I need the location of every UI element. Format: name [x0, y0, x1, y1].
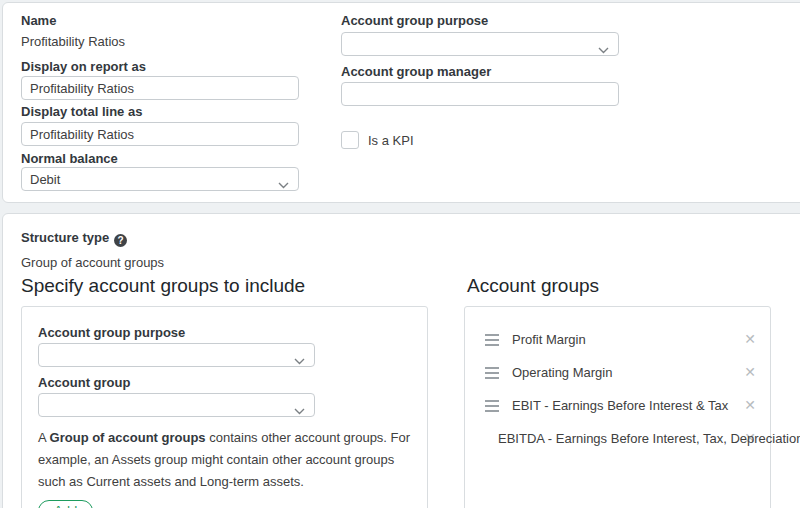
- normal-balance-selected-value: Debit: [30, 172, 60, 187]
- display-total-line-input[interactable]: [21, 122, 299, 146]
- display-on-report-label: Display on report as: [21, 59, 299, 74]
- account-group-row: Operating Margin ✕: [465, 356, 770, 389]
- account-group-row-label: EBITDA - Earnings Before Interest, Tax, …: [498, 431, 800, 446]
- structure-type-label: Structure type: [21, 230, 109, 245]
- chevron-down-icon: [294, 353, 305, 368]
- account-group-row-label: Profit Margin: [512, 332, 586, 347]
- add-button[interactable]: Add: [38, 500, 93, 508]
- is-a-kpi-label: Is a KPI: [368, 133, 414, 148]
- normal-balance-select[interactable]: Debit: [21, 167, 299, 191]
- account-group-details-panel: Name Profitability Ratios Display on rep…: [2, 2, 800, 203]
- account-group-row: EBITDA - Earnings Before Interest, Tax, …: [465, 422, 770, 455]
- account-group-purpose-label: Account group purpose: [341, 13, 619, 28]
- drag-handle-icon[interactable]: [485, 400, 499, 412]
- structure-type-value: Group of account groups: [21, 255, 164, 270]
- display-total-line-label: Display total line as: [21, 104, 299, 119]
- chevron-down-icon: [278, 177, 289, 192]
- account-group-manager-label: Account group manager: [341, 64, 619, 79]
- box-account-group-label: Account group: [38, 375, 411, 390]
- chevron-down-icon: [294, 403, 305, 418]
- chevron-down-icon: [598, 42, 609, 57]
- remove-icon[interactable]: ✕: [744, 331, 756, 347]
- remove-icon[interactable]: ✕: [744, 364, 756, 380]
- account-group-row-label: EBIT - Earnings Before Interest & Tax: [512, 398, 728, 413]
- account-group-manager-input[interactable]: [341, 82, 619, 106]
- specify-groups-box: Account group purpose Account group A Gr…: [21, 306, 428, 508]
- box-account-group-purpose-label: Account group purpose: [38, 325, 411, 340]
- account-group-purpose-select[interactable]: [341, 32, 619, 56]
- account-group-row: Profit Margin ✕: [465, 323, 770, 356]
- display-on-report-input[interactable]: [21, 76, 299, 100]
- remove-icon[interactable]: ✕: [744, 397, 756, 413]
- structure-type-row: Structure type? Group of account groups: [21, 230, 164, 270]
- structure-panel: Structure type? Group of account groups …: [2, 213, 800, 508]
- box-account-group-purpose-select[interactable]: [38, 343, 315, 367]
- details-right-column: Account group purpose Account group mana…: [341, 13, 619, 149]
- drag-handle-icon[interactable]: [485, 334, 499, 346]
- details-left-column: Name Profitability Ratios Display on rep…: [21, 13, 299, 191]
- account-group-row-label: Operating Margin: [512, 365, 612, 380]
- name-value: Profitability Ratios: [21, 34, 299, 49]
- is-a-kpi-checkbox[interactable]: [341, 131, 359, 149]
- name-label: Name: [21, 13, 299, 28]
- normal-balance-label: Normal balance: [21, 151, 299, 166]
- account-groups-column: Account groups Profit Margin ✕ Operating…: [464, 275, 773, 508]
- group-description-text: A Group of account groups contains other…: [38, 427, 414, 493]
- specify-groups-heading: Specify account groups to include: [21, 275, 428, 297]
- specify-groups-column: Specify account groups to include Accoun…: [21, 275, 428, 508]
- help-icon[interactable]: ?: [114, 234, 127, 247]
- account-groups-list: Profit Margin ✕ Operating Margin ✕ EBIT …: [464, 306, 771, 508]
- is-a-kpi-row: Is a KPI: [341, 131, 619, 149]
- drag-handle-icon[interactable]: [485, 367, 499, 379]
- box-account-group-select[interactable]: [38, 393, 315, 417]
- account-group-row: EBIT - Earnings Before Interest & Tax ✕: [465, 389, 770, 422]
- account-groups-heading: Account groups: [467, 275, 773, 297]
